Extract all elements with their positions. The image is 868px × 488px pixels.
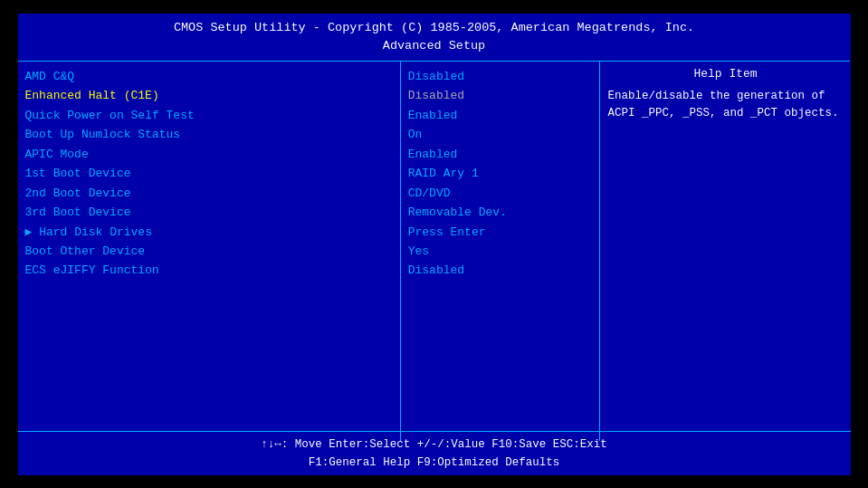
footer: ↑↓↔: Move Enter:Select +/-/:Value F10:Sa…	[18, 431, 851, 475]
middle-value-item[interactable]: Removable Dev.	[408, 203, 593, 222]
bios-title: CMOS Setup Utility - Copyright (C) 1985-…	[18, 19, 851, 37]
help-text: Enable/disable the generation of ACPI _P…	[607, 88, 843, 122]
middle-value-item[interactable]: Enabled	[408, 145, 593, 164]
main-content: AMD C&QEnhanced Halt (C1E)Quick Power on…	[18, 61, 851, 441]
right-panel: Help Item Enable/disable the generation …	[600, 61, 850, 441]
bios-screen: CMOS Setup Utility - Copyright (C) 1985-…	[18, 14, 851, 475]
left-menu-item[interactable]: Boot Other Device	[25, 242, 393, 261]
left-menu-item[interactable]: APIC Mode	[25, 145, 393, 164]
left-menu-item[interactable]: ECS eJIFFY Function	[25, 261, 393, 280]
help-title: Help Item	[607, 67, 843, 81]
middle-value-item[interactable]: Disabled	[408, 86, 593, 105]
middle-value-item[interactable]: Disabled	[408, 261, 593, 280]
left-menu-item[interactable]: AMD C&Q	[25, 67, 393, 86]
middle-value-item[interactable]: On	[408, 125, 593, 144]
middle-value-item[interactable]: RAID Ary 1	[408, 164, 593, 183]
middle-value-item[interactable]: Disabled	[408, 67, 593, 86]
middle-panel: DisabledDisabledEnabledOnEnabledRAID Ary…	[401, 61, 601, 441]
middle-value-item[interactable]: Press Enter	[408, 223, 593, 242]
middle-value-item[interactable]: Enabled	[408, 106, 593, 125]
left-menu-item[interactable]: Quick Power on Self Test	[25, 106, 393, 125]
header: CMOS Setup Utility - Copyright (C) 1985-…	[18, 14, 851, 58]
left-menu-item[interactable]: 3rd Boot Device	[25, 203, 393, 222]
left-panel: AMD C&QEnhanced Halt (C1E)Quick Power on…	[18, 61, 401, 441]
left-menu-item[interactable]: 2nd Boot Device	[25, 184, 393, 203]
middle-value-item[interactable]: Yes	[408, 242, 593, 261]
left-menu-item[interactable]: Enhanced Halt (C1E)	[25, 86, 393, 105]
left-menu-item[interactable]: Boot Up Numlock Status	[25, 125, 393, 144]
middle-value-item[interactable]: CD/DVD	[408, 184, 593, 203]
bios-subtitle: Advanced Setup	[18, 37, 851, 55]
left-menu-item[interactable]: 1st Boot Device	[25, 164, 393, 183]
footer-line1: ↑↓↔: Move Enter:Select +/-/:Value F10:Sa…	[18, 435, 851, 454]
footer-line2: F1:General Help F9:Optimized Defaults	[18, 454, 851, 472]
left-menu-item[interactable]: ▶ Hard Disk Drives	[25, 223, 393, 242]
